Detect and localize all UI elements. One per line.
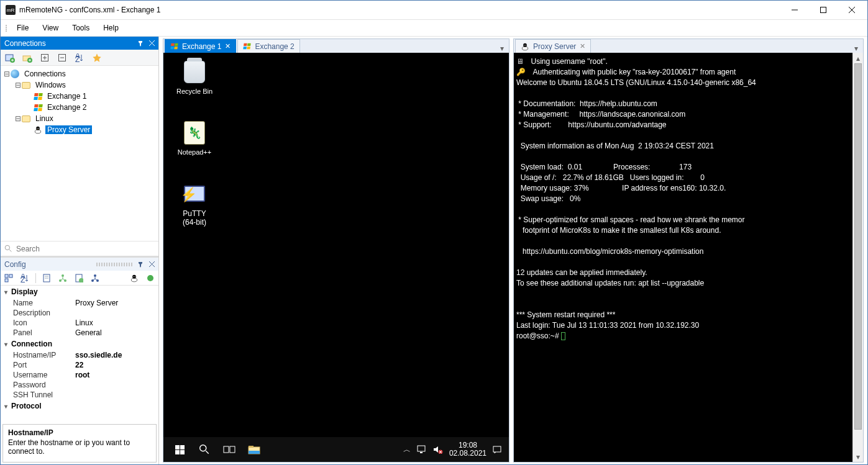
taskbar-clock[interactable]: 19:08 02.08.2021 [449,441,487,458]
tab-close-icon[interactable]: ✕ [225,42,231,50]
tab-dropdown-icon[interactable]: ▾ [851,44,862,53]
categorized-icon[interactable] [3,273,14,284]
prop-row-port[interactable]: Port22 [1,360,158,370]
prop-value[interactable]: sso.siedle.de [75,351,155,359]
close-panel-icon[interactable] [147,260,156,269]
svg-point-46 [200,445,206,451]
connections-panel-title: Connections [4,39,134,48]
taskbar-search-icon[interactable] [192,437,217,462]
desktop-icon-notepadpp[interactable]: 🦎 Notepad++ [170,120,219,156]
grip-icon[interactable] [96,263,134,266]
file-explorer-icon[interactable] [242,437,267,462]
network-icon[interactable] [417,445,427,454]
prop-value[interactable] [75,309,155,317]
prop-page-icon[interactable] [41,273,52,284]
default-props-icon[interactable] [73,273,85,284]
start-button[interactable] [167,437,192,462]
svg-point-42 [132,274,136,278]
collapse-icon[interactable] [57,52,68,63]
ssh-terminal[interactable]: 🖥 Using username "root". 🔑 Authenticatin… [514,53,863,462]
tab-exchange2[interactable]: Exchange 2 [237,39,299,53]
close-button[interactable] [838,1,866,19]
prop-row-name[interactable]: NameProxy Server [1,298,158,308]
menu-help[interactable]: Help [97,21,125,35]
tab-exchange1[interactable]: Exchange 1 ✕ [165,39,236,53]
expand-icon[interactable] [39,52,50,63]
title-bar: mR mRemoteNG - confCons.xml - Exchange 1 [1,1,867,19]
connections-tree[interactable]: ⊟ Connections ⊟ Windows Exchange 1 Excha… [1,66,158,241]
prop-name-value[interactable]: Proxy Server [75,299,155,307]
tab-close-icon[interactable]: ✕ [580,42,585,50]
favorite-icon[interactable] [91,52,103,63]
close-panel-icon[interactable] [147,39,156,48]
svg-point-60 [523,43,527,47]
search-box[interactable] [1,241,158,256]
prop-category-connection[interactable]: ▾Connection [1,338,158,350]
tree-item-proxy[interactable]: Proxy Server [2,124,157,135]
property-grid[interactable]: ▾Display NameProxy Server Description Ic… [1,286,158,422]
toggle-icon[interactable]: ⊟ [14,81,21,89]
prop-row-description[interactable]: Description [1,308,158,318]
svg-rect-25 [5,274,8,278]
svg-text:Z: Z [75,55,80,62]
prop-row-icon[interactable]: IconLinux [1,318,158,328]
new-folder-icon[interactable] [22,52,33,63]
prop-row-password[interactable]: Password [1,380,158,390]
minimize-button[interactable] [780,1,809,19]
prop-value[interactable]: 22 [75,361,155,369]
prop-row-sshtunnel[interactable]: SSH Tunnel [1,390,158,400]
tab-dropdown-icon[interactable]: ▾ [496,44,508,53]
new-connection-icon[interactable] [4,52,16,63]
terminal-scrollbar[interactable]: ▴ ▾ [852,53,863,462]
tree-root[interactable]: ⊟ Connections [2,68,157,79]
prop-row-hostname[interactable]: Hostname/IPsso.siedle.de [1,350,158,360]
rdp-desktop[interactable]: Recycle Bin 🦎 Notepad++ ⚡ PuTTY(64-bit) [163,53,509,462]
toggle-icon[interactable]: ⊟ [3,70,10,78]
terminal-output[interactable]: 🖥 Using username "root". 🔑 Authenticatin… [514,53,863,462]
notification-icon[interactable] [493,445,501,454]
menu-file[interactable]: File [11,21,35,35]
menu-tools[interactable]: Tools [66,21,96,35]
rdp-taskbar[interactable]: ︿ 19:08 02.08.2021 [163,437,509,462]
prop-value[interactable]: General [75,328,155,337]
prop-value[interactable] [75,381,155,389]
scroll-down-icon[interactable]: ▾ [853,451,863,462]
default-inherit-icon[interactable] [89,273,101,284]
sort-icon[interactable]: AZ [74,52,85,63]
prop-value[interactable]: root [75,371,155,379]
pin-icon[interactable] [136,39,145,48]
tree-folder-windows[interactable]: ⊟ Windows [2,79,157,91]
volume-muted-icon[interactable] [433,445,443,454]
config-panel-header[interactable]: Config [1,258,158,271]
tray-chevron-icon[interactable]: ︿ [403,445,411,455]
search-input[interactable] [16,245,155,253]
tab-proxy[interactable]: Proxy Server ✕ [515,39,591,53]
prop-value[interactable]: Linux [75,318,155,327]
prop-row-username[interactable]: Usernameroot [1,370,158,380]
menu-view[interactable]: View [36,21,65,35]
pin-icon[interactable] [136,260,145,269]
scroll-up-icon[interactable]: ▴ [853,53,863,63]
prop-category-protocol[interactable]: ▾Protocol [1,400,158,412]
property-help: Hostname/IP Enter the hostname or ip you… [2,424,157,463]
desktop-icon-putty[interactable]: ⚡ PuTTY(64-bit) [170,181,219,227]
prop-category-display[interactable]: ▾Display [1,286,158,298]
terminal-cursor [561,332,565,340]
toggle-icon[interactable]: ⊟ [14,114,21,123]
sort-az-icon[interactable]: AZ [19,273,30,284]
session-tabs-right: Proxy Server ✕ ▾ [514,39,863,53]
connections-panel-header[interactable]: Connections [1,37,158,50]
desktop-icon-recycle-bin[interactable]: Recycle Bin [170,59,219,95]
tree-item-exchange2[interactable]: Exchange 2 [2,102,157,113]
maximize-button[interactable] [809,1,838,19]
desktop-icon-label: PuTTY(64-bit) [170,209,219,227]
prop-row-panel[interactable]: PanelGeneral [1,328,158,338]
tree-item-exchange1[interactable]: Exchange 1 [2,91,157,102]
tree-folder-linux[interactable]: ⊟ Linux [2,113,157,124]
task-view-icon[interactable] [217,437,242,462]
status-dot-icon [145,273,156,284]
svg-rect-26 [9,274,12,278]
inheritance-icon[interactable] [57,273,68,284]
scroll-thumb[interactable] [854,63,862,430]
prop-value[interactable] [75,391,155,399]
